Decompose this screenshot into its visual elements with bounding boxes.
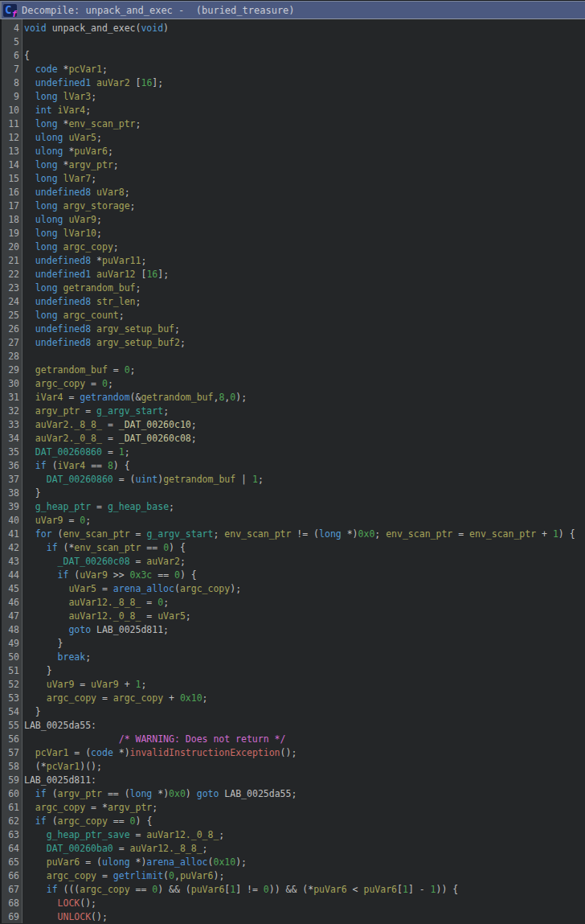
code-token[interactable]: puVar6 xyxy=(180,870,214,881)
code-line[interactable]: } xyxy=(24,664,585,678)
code-token[interactable]: env_scan_ptr xyxy=(469,528,536,540)
code-token[interactable]: getrlimit xyxy=(113,870,163,881)
code-token[interactable]: ) && ( xyxy=(158,884,191,895)
code-token[interactable]: argc_copy xyxy=(47,870,96,881)
code-token[interactable]: env_scan_ptr xyxy=(386,528,452,540)
code-token[interactable]: uint xyxy=(136,474,158,485)
code-token[interactable]: puVar6 xyxy=(363,884,397,895)
code-token[interactable]: ; xyxy=(202,843,208,854)
code-token[interactable] xyxy=(24,610,68,622)
code-token[interactable]: ] != xyxy=(235,884,264,895)
code-token[interactable]: = ( xyxy=(80,856,102,868)
code-token[interactable]: argc_copy xyxy=(63,241,113,253)
code-token[interactable] xyxy=(24,269,35,280)
code-token[interactable]: ( xyxy=(52,528,63,540)
code-token[interactable]: = xyxy=(80,405,96,417)
code-token[interactable]: getrandom_buf xyxy=(141,392,213,403)
code-token[interactable]: ]; xyxy=(152,77,163,88)
code-token[interactable]: | xyxy=(235,474,252,485)
code-token[interactable]: unpack_and_exec( xyxy=(47,23,141,34)
code-line[interactable]: g_heap_ptr = g_heap_base; xyxy=(24,500,585,514)
code-token[interactable]: ; xyxy=(180,556,186,567)
code-token[interactable]: LAB_0025d811: xyxy=(24,774,96,786)
code-token[interactable] xyxy=(24,64,35,75)
code-token[interactable]: *) xyxy=(113,747,130,758)
code-token[interactable] xyxy=(24,692,47,704)
code-token[interactable]: code xyxy=(91,747,113,758)
code-token[interactable]: auVar2 xyxy=(96,77,130,88)
code-token[interactable]: (* xyxy=(58,542,75,553)
code-token[interactable]: = xyxy=(113,843,130,854)
code-token[interactable] xyxy=(24,542,47,553)
code-line[interactable]: iVar4 = getrandom(&getrandom_buf,8,0); xyxy=(24,391,585,405)
code-token[interactable]: )) && (* xyxy=(269,884,313,895)
code-token[interactable]: _DAT_00260c08 xyxy=(119,433,191,444)
code-token[interactable]: ulong xyxy=(35,214,63,225)
code-token[interactable]: ; xyxy=(125,446,130,458)
code-token[interactable]: 0x0 xyxy=(358,528,375,540)
code-token[interactable]: == xyxy=(152,569,174,581)
code-token[interactable]: ; xyxy=(163,597,169,608)
code-token[interactable] xyxy=(24,856,47,868)
code-token[interactable]: argc_copy xyxy=(35,378,85,389)
code-token[interactable]: = xyxy=(96,583,113,594)
code-token[interactable]: ) xyxy=(186,788,197,799)
code-token[interactable]: lVar10 xyxy=(63,228,97,239)
code-token[interactable]: if xyxy=(47,884,58,895)
code-token[interactable] xyxy=(24,323,35,335)
code-token[interactable]: = xyxy=(452,528,469,540)
code-token[interactable]: auVar12._8_8_ xyxy=(68,597,141,608)
code-token[interactable]: iVar4 xyxy=(58,105,86,116)
code-line[interactable]: long *env_scan_ptr; xyxy=(24,117,585,131)
code-token[interactable]: ; xyxy=(130,200,136,211)
code-token[interactable]: 0 xyxy=(169,870,174,881)
code-line[interactable]: getrandom_buf = 0; xyxy=(24,363,585,377)
code-token[interactable]: puVar6 xyxy=(191,884,225,895)
code-token[interactable]: auVar2._8_8_ xyxy=(35,419,102,430)
code-token[interactable]: iVar4 xyxy=(35,392,63,403)
code-line[interactable]: (*pcVar1)(); xyxy=(24,760,585,774)
code-token[interactable]: ; xyxy=(96,228,102,239)
code-token[interactable]: ); xyxy=(230,583,241,594)
code-token[interactable]: ) { xyxy=(136,815,153,827)
code-token[interactable]: ; xyxy=(96,214,102,225)
code-token[interactable]: argc_copy xyxy=(47,692,96,704)
code-token[interactable] xyxy=(24,747,35,758)
code-token[interactable]: code xyxy=(35,64,58,75)
code-token[interactable]: *) xyxy=(342,528,358,540)
code-token[interactable]: if xyxy=(35,460,47,471)
code-line[interactable]: auVar2._0_8_ = _DAT_00260c08; xyxy=(24,432,585,446)
code-token[interactable]: * xyxy=(58,118,69,129)
code-token[interactable]: } xyxy=(24,665,52,676)
code-token[interactable]: 0 xyxy=(174,569,180,581)
code-line[interactable]: ulong uVar9; xyxy=(24,213,585,227)
code-line[interactable]: undefined8 uVar8; xyxy=(24,186,585,199)
code-token[interactable]: ; xyxy=(108,146,113,157)
code-token[interactable] xyxy=(24,364,35,376)
code-token[interactable]: ; xyxy=(85,515,91,526)
code-token[interactable] xyxy=(24,802,35,813)
code-token[interactable]: ; xyxy=(174,323,180,335)
code-token[interactable]: ); xyxy=(213,870,224,881)
code-token[interactable] xyxy=(24,228,35,239)
code-token[interactable]: >> xyxy=(108,569,130,581)
code-token[interactable]: invalidInstructionException xyxy=(130,747,280,758)
code-token[interactable]: if xyxy=(47,542,58,553)
code-token[interactable]: * xyxy=(58,64,69,75)
code-token[interactable]: long xyxy=(35,241,58,253)
code-token[interactable] xyxy=(24,433,35,444)
code-line[interactable]: long getrandom_buf; xyxy=(24,281,585,295)
code-line[interactable]: LAB_0025d811: xyxy=(24,774,585,787)
code-token[interactable]: = xyxy=(91,501,108,512)
code-token[interactable]: 1 xyxy=(252,474,258,485)
code-token[interactable]: ) xyxy=(163,23,169,34)
code-token[interactable]: ; xyxy=(91,91,96,102)
code-line[interactable]: /* WARNING: Does not return */ xyxy=(24,733,585,746)
code-token[interactable] xyxy=(24,282,35,294)
code-token[interactable]: auVar12._0_8_ xyxy=(68,610,141,622)
code-token[interactable] xyxy=(91,323,96,335)
code-token[interactable]: )) { xyxy=(436,884,459,895)
code-token[interactable]: long xyxy=(130,788,153,799)
code-token[interactable]: goto xyxy=(68,624,91,635)
code-token[interactable] xyxy=(24,255,35,266)
